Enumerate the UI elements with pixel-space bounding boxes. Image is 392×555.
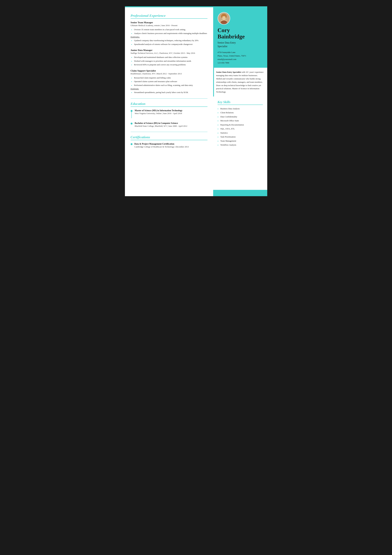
highlight-bullets-3: Streamlined spreadsheets, paring back ye… [131,91,207,94]
education-item-ms: Master of Science (MS) in Information Te… [131,109,207,118]
cert-content-1: Data & Project Management Certification … [134,143,189,148]
highlight-label-3: Highlight: [131,88,207,90]
bullet-item: Worked with managers to prioritize and s… [131,59,207,63]
key-skills-title: Key Skills [218,100,263,105]
certification-item-1: Data & Project Management Certification … [131,143,207,148]
education-item-bs: Bachelor of Science (BS) in Computer Sci… [131,122,207,127]
job-senior-team-manager: Senior Team Manager Ultimate Medical Aca… [131,21,207,46]
job-title-1: Senior Team Manager [131,21,207,24]
summary-box: Senior Data Entry Specialist with 10+ ye… [213,68,267,96]
bullet-item: Analyze client's business processes and … [131,32,207,35]
summary-rest: with 10+ years' experience managing data… [216,71,264,93]
job-bullets-3: Researched claim inquiries and billing c… [131,76,207,87]
education-title: Education [131,102,207,107]
professional-experience-section: Professional Experience Senior Team Mana… [131,14,207,94]
cert-dot-1 [131,143,133,145]
contact-phone: 123-456-7890 [218,61,246,65]
job-bullets-1: Oversee 35 remote team members in a fast… [131,28,207,35]
svg-point-6 [221,20,227,24]
bullet-item: Streamlined spreadsheets, paring back ye… [131,91,207,94]
skill-item: Workflow Analysis [218,143,263,146]
skill-item: Client Relations [218,111,263,114]
divider-education [131,98,207,99]
edu-degree-bs: Bachelor of Science (BS) in Computer Sci… [135,122,187,124]
job-bullets-2: Developed and maintained databases and d… [131,56,207,66]
skill-item: Data Confidentiality [218,115,263,118]
right-column: Cory Bainbridge Senior Data Entry Specia… [213,6,267,196]
edu-meta-bs: Bluefield State College, Bluefield, WV |… [135,125,187,127]
job-meta-2: Staffigo Technical Services, LLC, Charle… [131,52,207,54]
resume-document: Professional Experience Senior Team Mana… [125,6,267,196]
bullet-item: Updated company data warehousing techniq… [131,39,207,42]
edu-dot-ms [131,110,133,112]
job-claim-support-specialist: Claim Support Specialist HealthSmart, Ch… [131,69,207,94]
svg-point-3 [221,15,223,18]
job-meta-3: HealthSmart, Charleston, WV | March 2012… [131,73,207,75]
skills-list: Business Data Analysis Client Relations … [218,107,263,146]
contact-city-state: Plano, Texas, United States, 75071 [218,54,246,58]
skill-item: Task Prioritization [218,135,263,139]
name-last: Bainbridge [218,34,245,40]
job-headline: Senior Data Entry Specialist [218,41,236,48]
divider-certifications [131,132,207,132]
skill-item: Microsoft Office Suite [218,119,263,122]
skills-area: Key Skills Business Data Analysis Client… [213,96,267,190]
job-meta-1: Ultimate Medical Academy, remote | June … [131,24,207,27]
svg-point-4 [225,15,227,18]
avatar-image [218,13,230,24]
contact-address: 4759 Sunnydale Lane [218,51,246,54]
cert-title-1: Data & Project Management Certification [134,143,189,145]
contact-info: 4759 Sunnydale Lane Plano, Texas, United… [218,51,246,65]
skill-item: Team Management [218,139,263,143]
edu-dot-bs [131,123,133,124]
skill-item: Statistics [218,131,263,134]
name-block: Cory Bainbridge [218,27,245,40]
bullet-item: Researched claim inquiries and billing c… [131,76,207,80]
avatar [218,12,230,25]
edu-content-bs: Bachelor of Science (BS) in Computer Sci… [135,122,187,127]
bullet-item: Operated claims system and insurance pla… [131,80,207,83]
skill-item: Business Data Analysis [218,107,263,110]
edu-content-ms: Master of Science (MS) in Information Te… [135,109,183,115]
summary-bold: Senior Data Entry Specialist [216,71,241,73]
highlights-label-1: Highlights: [131,36,207,38]
bullet-item: Developed and maintained databases and d… [131,56,207,59]
edu-meta-ms: West Virginia University, Online | June … [135,112,183,115]
professional-experience-title: Professional Experience [131,14,207,19]
edu-dot-line-bs [131,122,133,124]
job-junior-data-manager: Junior Data Manager Staffigo Technical S… [131,49,207,66]
cert-meta-1: Cambridge College of Healthcare & Techno… [134,146,189,148]
bullet-item: Reviewed KPIs to pinpoint and correct an… [131,63,207,66]
top-border [125,6,267,7]
name-first: Cory [218,27,245,34]
job-title-3: Claim Support Specialist [131,69,207,72]
photo-contact-area: Cory Bainbridge Senior Data Entry Specia… [213,7,267,68]
bullet-item: Spearheaded analysis of remote software … [131,43,207,46]
skill-item: SQL, JAVA, ETL [218,127,263,130]
education-section: Education Master of Science (MS) in Info… [131,102,207,127]
bullet-item: Performed administrative duties such as … [131,84,207,87]
bullet-item: Oversee 35 remote team members in a fast… [131,28,207,31]
certifications-title: Certifications [131,135,207,140]
edu-degree-ms: Master of Science (MS) in Information Te… [135,109,183,112]
edu-dot-line-ms [131,109,133,118]
job-title-2: Junior Data Manager [131,49,207,51]
edu-line-ms [131,112,132,118]
highlight-bullets-1: Updated company data warehousing techniq… [131,39,207,46]
contact-email: email@youremail.com [218,58,246,61]
certifications-section: Certifications Data & Project Management… [131,135,207,148]
skill-item: Reporting & Documentation [218,123,263,126]
left-column: Professional Experience Senior Team Mana… [125,6,213,196]
